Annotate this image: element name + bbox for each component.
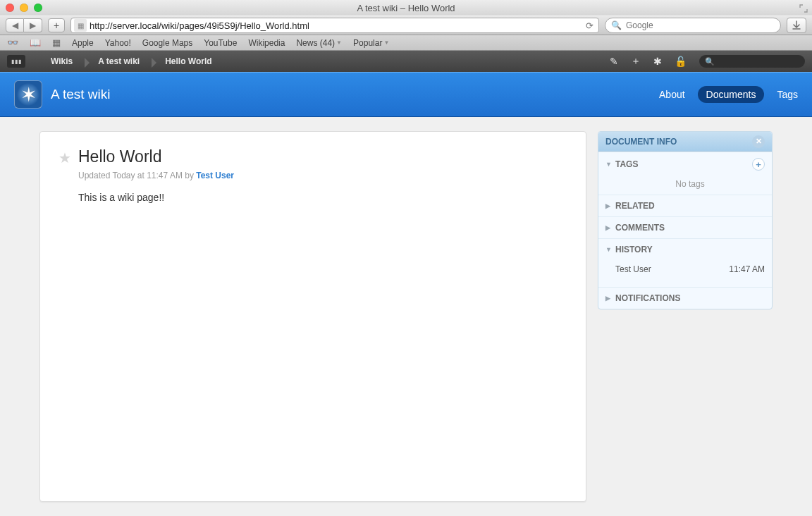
search-icon: 🔍 [705, 57, 715, 66]
history-user: Test User [615, 264, 651, 274]
section-related-header[interactable]: ▶ RELATED [598, 195, 772, 216]
section-comments-label: COMMENTS [615, 223, 665, 233]
meta-text: Updated Today at 11:47 AM by [78, 171, 196, 180]
breadcrumb: ▮▮▮ Wikis A test wiki Hello World [7, 55, 225, 68]
window-title: A test wiki – Hello World [0, 3, 812, 13]
reading-list-icon[interactable]: 👓 [7, 37, 18, 48]
chevron-down-icon: ▼ [383, 39, 389, 46]
wiki-search[interactable]: 🔍 [699, 55, 805, 68]
bookmarks-bar: 👓 📖 ▦ Apple Yahoo! Google Maps YouTube W… [0, 35, 812, 51]
section-notifications-label: NOTIFICATIONS [615, 293, 680, 303]
chevron-down-icon: ▼ [336, 39, 342, 46]
disclosure-triangle-icon: ▼ [605, 246, 613, 253]
content-area: ★ Hello World Updated Today at 11:47 AM … [0, 117, 812, 516]
wiki-logo[interactable] [14, 80, 42, 109]
document-header: ★ Hello World Updated Today at 11:47 AM … [59, 147, 567, 203]
lock-icon[interactable]: 🔓 [675, 56, 687, 67]
browser-window: A test wiki – Hello World ◀ ▶ + ▦ ⟳ 🔍 👓 … [0, 0, 812, 516]
fullscreen-icon[interactable] [799, 3, 808, 16]
crumb-wikis[interactable]: Wikis [38, 56, 85, 66]
close-panel-button[interactable]: ✕ [752, 135, 765, 148]
section-notifications: ▶ NOTIFICATIONS [598, 287, 772, 309]
wiki-title: A test wiki [51, 87, 110, 102]
topsites-icon[interactable]: ▦ [52, 37, 61, 48]
add-page-icon[interactable]: ＋ [631, 55, 641, 68]
disclosure-triangle-icon: ▶ [605, 202, 613, 209]
favorite-star-icon[interactable]: ★ [59, 149, 71, 166]
history-time: 11:47 AM [729, 264, 765, 274]
nav-buttons: ◀ ▶ [6, 18, 42, 32]
bookmark-news[interactable]: News (44)▼ [296, 38, 342, 48]
bookmark-apple[interactable]: Apple [72, 38, 94, 48]
site-favicon: ▦ [74, 19, 87, 32]
section-notifications-header[interactable]: ▶ NOTIFICATIONS [598, 288, 772, 309]
wiki-nav: About Documents Tags [659, 86, 798, 103]
reload-button[interactable]: ⟳ [582, 20, 597, 31]
section-history-label: HISTORY [615, 245, 653, 254]
section-related: ▶ RELATED [598, 195, 772, 216]
add-tag-button[interactable]: + [752, 158, 765, 171]
back-button[interactable]: ◀ [6, 18, 24, 32]
section-history-header[interactable]: ▼ HISTORY [598, 239, 772, 260]
gear-icon[interactable]: ✱ [653, 56, 662, 67]
section-comments-header[interactable]: ▶ COMMENTS [598, 217, 772, 238]
section-comments: ▶ COMMENTS [598, 216, 772, 238]
meta-user-link[interactable]: Test User [196, 171, 234, 180]
bookmark-news-label: News (44) [296, 38, 335, 48]
search-box[interactable]: 🔍 [605, 18, 781, 33]
bookmarks-icon[interactable]: 📖 [30, 37, 41, 48]
history-body: Test User 11:47 AM [598, 260, 772, 287]
bookmark-yahoo[interactable]: Yahoo! [105, 38, 131, 48]
disclosure-triangle-icon: ▶ [605, 224, 613, 231]
bookmark-youtube[interactable]: YouTube [204, 38, 237, 48]
browser-toolbar: ◀ ▶ + ▦ ⟳ 🔍 [0, 16, 812, 35]
crumb-wiki-name[interactable]: A test wiki [85, 56, 152, 66]
downloads-button[interactable] [787, 18, 806, 33]
edit-icon[interactable]: ✎ [610, 56, 618, 67]
disclosure-triangle-icon: ▼ [605, 161, 613, 168]
page-meta: Updated Today at 11:47 AM by Test User [78, 171, 234, 180]
crumb-page-name[interactable]: Hello World [152, 56, 224, 66]
bookmark-wikipedia[interactable]: Wikipedia [248, 38, 285, 48]
section-related-label: RELATED [615, 201, 655, 211]
page-body: This is a wiki page!! [78, 192, 234, 203]
wiki-action-bar: ▮▮▮ Wikis A test wiki Hello World ✎ ＋ ✱ … [0, 51, 812, 72]
forward-button[interactable]: ▶ [24, 18, 42, 32]
document: ★ Hello World Updated Today at 11:47 AM … [39, 131, 586, 502]
search-icon: 🔍 [611, 20, 622, 30]
bookmark-popular-label: Popular [353, 38, 382, 48]
address-bar[interactable]: ▦ ⟳ [70, 18, 599, 33]
page-title: Hello World [78, 147, 234, 166]
add-bookmark-button[interactable]: + [48, 18, 65, 32]
section-tags-header[interactable]: ▼ TAGS + [598, 152, 772, 176]
section-tags: ▼ TAGS + No tags [598, 152, 772, 195]
panel-header: DOCUMENT INFO ✕ [598, 132, 772, 152]
url-input[interactable] [90, 20, 582, 31]
history-entry[interactable]: Test User 11:47 AM [615, 263, 765, 278]
nav-tags[interactable]: Tags [777, 89, 798, 100]
panel-title: DOCUMENT INFO [605, 137, 677, 147]
wiki-header: A test wiki About Documents Tags [0, 72, 812, 117]
nav-about[interactable]: About [659, 89, 685, 100]
tags-empty-text: No tags [598, 176, 772, 195]
bookmark-popular[interactable]: Popular▼ [353, 38, 389, 48]
search-input[interactable] [626, 20, 775, 30]
document-info-panel: DOCUMENT INFO ✕ ▼ TAGS + No tags ▶ RELAT… [598, 131, 773, 309]
titlebar: A test wiki – Hello World [0, 0, 812, 16]
sidebar-toggle-button[interactable]: ▮▮▮ [7, 55, 25, 68]
wiki-actions: ✎ ＋ ✱ 🔓 🔍 [610, 55, 805, 68]
section-tags-label: TAGS [615, 159, 638, 169]
nav-documents[interactable]: Documents [698, 86, 765, 103]
disclosure-triangle-icon: ▶ [605, 295, 613, 302]
section-history: ▼ HISTORY Test User 11:47 AM [598, 238, 772, 287]
bookmark-googlemaps[interactable]: Google Maps [142, 38, 192, 48]
